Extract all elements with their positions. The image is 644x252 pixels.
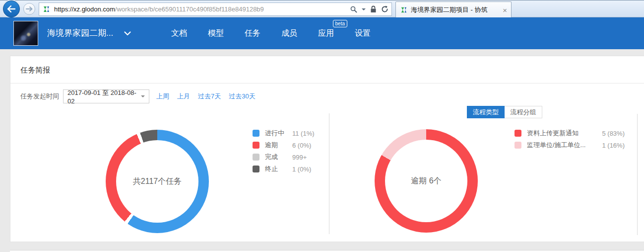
flow-tabs: 流程类型 流程分组 (467, 106, 542, 118)
next-section-card (10, 250, 644, 252)
link-past-30-days[interactable]: 过去30天 (229, 92, 255, 101)
link-last-week[interactable]: 上周 (156, 92, 169, 101)
url-host: https://xz.glodon.com (54, 5, 115, 13)
tab-title: 海境界家园二期项目 - 协筑 (411, 5, 500, 14)
legend-item-overdue[interactable]: 逾期 6 (0%) (253, 139, 315, 151)
nav-item-docs[interactable]: 文档 (161, 17, 197, 49)
nav-item-tasks[interactable]: 任务 (234, 17, 271, 49)
project-name[interactable]: 海境界家园二期... (47, 17, 113, 49)
legend-item-supervisor-unit[interactable]: 监理单位/施工单位... 1 (16%) (515, 139, 625, 151)
quick-range-links: 上周 上月 过去7天 过去30天 (156, 92, 263, 101)
url-text: https://xz.glodon.com/workspace/b/ce6590… (54, 5, 264, 13)
legend-item-terminated[interactable]: 终止 1 (0%) (253, 163, 315, 175)
nav-item-apps[interactable]: 应用 beta (308, 17, 344, 49)
nav-menu: 文档 模型 任务 成员 应用 beta 设置 (161, 17, 381, 49)
inprogress-swatch-icon (253, 130, 259, 137)
task-status-legend: 进行中 11 (1%) 逾期 6 (0%) 完成 999+ 终止 1 (0%) (253, 127, 315, 175)
filter-label: 任务发起时间 (20, 92, 59, 101)
url-path: /workspace/b/ce659011170c490f85bf118e849… (115, 5, 264, 13)
refresh-icon[interactable] (381, 5, 388, 13)
legend-scrollbar[interactable] (637, 114, 638, 235)
supervisor-unit-swatch-icon (515, 142, 521, 149)
select-caret-icon (141, 95, 145, 97)
back-button[interactable] (3, 0, 20, 17)
date-range-select[interactable]: 2017-09-01 至 2018-08-02 (63, 89, 149, 103)
date-range-value: 2017-09-01 至 2018-08-02 (67, 88, 141, 105)
overdue-flow-donut-chart: 逾期 6个 (375, 129, 478, 233)
browser-chrome: https://xz.glodon.com/workspace/b/ce6590… (0, 0, 644, 17)
lock-icon (370, 5, 377, 13)
address-bar[interactable]: https://xz.glodon.com/workspace/b/ce6590… (39, 2, 392, 16)
task-status-donut-chart: 共2117个任务 (106, 130, 209, 233)
tab-flow-type[interactable]: 流程类型 (467, 106, 505, 118)
project-thumbnail[interactable] (13, 21, 38, 46)
search-dropdown-caret-icon[interactable] (362, 8, 366, 10)
legend-item-upload-notice[interactable]: 资料上传更新通知 5 (83%) (515, 127, 625, 139)
done-swatch-icon (253, 154, 259, 161)
task-total-label: 共2117个任务 (133, 176, 182, 187)
panel-divider (329, 113, 329, 234)
terminated-swatch-icon (253, 166, 259, 172)
page-title: 任务简报 (10, 56, 644, 84)
site-favicon-icon (42, 5, 51, 13)
link-past-7-days[interactable]: 过去7天 (198, 92, 221, 101)
task-filter-row: 任务发起时间 2017-09-01 至 2018-08-02 上周 上月 过去7… (20, 89, 263, 103)
overdue-flow-legend: 资料上传更新通知 5 (83%) 监理单位/施工单位... 1 (16%) (515, 127, 625, 151)
task-briefing-panel: 任务简报 任务发起时间 2017-09-01 至 2018-08-02 上周 上… (10, 56, 644, 242)
chevron-down-icon[interactable] (124, 31, 131, 36)
tab-favicon-icon (400, 6, 408, 14)
tab-close-icon[interactable]: × (503, 6, 507, 14)
upload-notice-swatch-icon (515, 130, 521, 137)
legend-item-done[interactable]: 完成 999+ (253, 151, 315, 163)
overdue-swatch-icon (253, 142, 259, 149)
tab-flow-group[interactable]: 流程分组 (505, 106, 542, 118)
nav-item-members[interactable]: 成员 (271, 17, 308, 49)
nav-item-settings[interactable]: 设置 (344, 17, 381, 49)
link-last-month[interactable]: 上月 (177, 92, 190, 101)
search-icon[interactable] (350, 6, 357, 13)
browser-tab[interactable]: 海境界家园二期项目 - 协筑 × (395, 1, 512, 18)
legend-item-inprogress[interactable]: 进行中 11 (1%) (253, 127, 315, 139)
project-navbar: 海境界家园二期... 文档 模型 任务 成员 应用 beta 设置 (0, 17, 644, 49)
overdue-total-label: 逾期 6个 (411, 176, 441, 186)
forward-button[interactable] (23, 3, 35, 15)
nav-item-model[interactable]: 模型 (197, 17, 234, 49)
